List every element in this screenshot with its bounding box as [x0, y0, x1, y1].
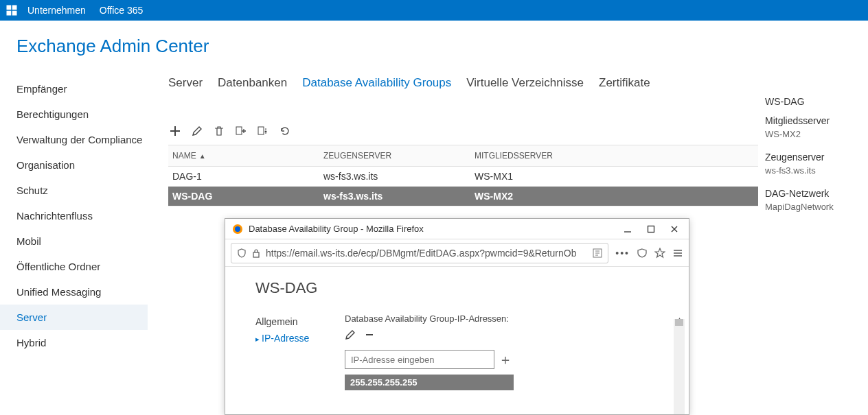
url-input[interactable]: https://email.ws-its.de/ecp/DBMgmt/EditD… — [231, 243, 608, 263]
address-bar: https://email.ws-its.de/ecp/DBMgmt/EditD… — [225, 239, 689, 267]
url-text: https://email.ws-its.de/ecp/DBMgmt/EditD… — [266, 248, 587, 259]
menu-item-ip-address[interactable]: IP-Adresse — [255, 330, 345, 346]
table-cell: DAG-1 — [168, 167, 319, 187]
hamburger-menu-icon[interactable] — [672, 248, 683, 258]
delete-button[interactable] — [212, 124, 226, 138]
window-maximize-button[interactable] — [639, 220, 663, 239]
dag-heading: WS-DAG — [255, 279, 672, 297]
table-row[interactable]: DAG-1ws-fs3.ws.itsWS-MX1 — [168, 167, 758, 187]
page-title: Exchange Admin Center — [0, 21, 868, 64]
sort-asc-icon: ▲ — [199, 152, 206, 160]
bookmark-star-icon[interactable] — [654, 248, 665, 259]
manage-network-button[interactable] — [256, 124, 270, 138]
firefox-icon — [232, 224, 243, 235]
ip-edit-button[interactable] — [345, 329, 356, 340]
popup-window: Database Availability Group - Mozilla Fi… — [225, 218, 689, 415]
table-cell: WS-MX2 — [470, 187, 758, 206]
popup-content: WS-DAG Allgemein IP-Adresse Database Ava… — [225, 267, 689, 414]
subtab[interactable]: Zertifikate — [599, 76, 650, 90]
office-logo-icon — [5, 4, 18, 16]
svg-rect-1 — [12, 5, 17, 10]
ip-list[interactable]: 255.255.255.255 — [345, 375, 514, 390]
table-cell: WS-MX1 — [470, 167, 758, 187]
detail-network-value: MapiDagNetwork — [765, 202, 868, 212]
refresh-button[interactable] — [278, 124, 292, 138]
popup-window-title: Database Availability Group - Mozilla Fi… — [249, 224, 424, 234]
leftnav-item[interactable]: Server — [0, 305, 148, 330]
menu-item-general[interactable]: Allgemein — [255, 313, 345, 330]
svg-point-6 — [265, 131, 267, 133]
svg-rect-10 — [253, 252, 259, 257]
left-nav: EmpfängerBerechtigungenVerwaltung der Co… — [0, 64, 148, 355]
ip-remove-button[interactable] — [364, 329, 375, 340]
svg-rect-2 — [7, 11, 12, 16]
leftnav-item[interactable]: Organisation — [16, 152, 148, 178]
reader-mode-icon[interactable] — [593, 248, 602, 258]
table-cell: WS-DAG — [168, 187, 319, 206]
detail-name: WS-DAG — [765, 96, 868, 107]
window-close-button[interactable] — [663, 220, 686, 239]
col-header-members[interactable]: MITGLIEDSSERVER — [470, 145, 758, 167]
leftnav-item[interactable]: Öffentliche Ordner — [16, 254, 148, 279]
detail-members-label: Mitgliedsserver — [765, 115, 868, 126]
popup-left-menu: Allgemein IP-Adresse — [255, 313, 345, 390]
leftnav-item[interactable]: Schutz — [16, 178, 148, 203]
tracking-shield-icon[interactable] — [637, 248, 648, 258]
leftnav-item[interactable]: Nachrichtenfluss — [16, 203, 148, 228]
form-area: Database Availability Group-IP-Adressen:… — [345, 313, 672, 390]
popup-scrollbar[interactable]: ▴ — [674, 319, 685, 414]
shield-icon — [237, 248, 247, 258]
topbar-link-company[interactable]: Unternehmen — [27, 5, 86, 16]
add-button[interactable] — [168, 124, 182, 138]
svg-point-8 — [235, 226, 240, 232]
ip-section-label: Database Availability Group-IP-Adressen: — [345, 313, 672, 324]
sub-tabs: ServerDatenbankenDatabase Availability G… — [168, 76, 758, 90]
scroll-thumb[interactable] — [675, 319, 683, 326]
subtab[interactable]: Server — [168, 76, 203, 90]
manage-membership-button[interactable] — [234, 124, 248, 138]
svg-rect-5 — [258, 127, 264, 134]
edit-button[interactable] — [190, 124, 204, 138]
leftnav-item[interactable]: Verwaltung der Compliance — [16, 127, 148, 152]
lock-icon — [252, 248, 260, 258]
details-pane: WS-DAG Mitgliedsserver WS-MX2 Zeugenserv… — [765, 64, 868, 355]
table-row[interactable]: WS-DAGws-fs3.ws.itsWS-MX2 — [168, 187, 758, 206]
detail-network-label: DAG-Netzwerk — [765, 188, 868, 199]
ip-add-button[interactable]: ＋ — [499, 351, 512, 369]
page-actions-button[interactable]: ••• — [615, 248, 630, 259]
leftnav-item[interactable]: Berechtigungen — [16, 102, 148, 127]
detail-witness-value: ws-fs3.ws.its — [765, 165, 868, 176]
svg-rect-3 — [12, 11, 17, 16]
detail-witness-label: Zeugenserver — [765, 152, 868, 163]
detail-members-value: WS-MX2 — [765, 129, 868, 139]
topbar-link-office365[interactable]: Office 365 — [100, 5, 144, 16]
svg-rect-4 — [236, 127, 242, 134]
subtab[interactable]: Datenbanken — [218, 76, 287, 90]
table-cell: ws-fs3.ws.its — [319, 187, 470, 206]
leftnav-item[interactable]: Mobil — [16, 228, 148, 254]
window-minimize-button[interactable] — [616, 220, 639, 239]
leftnav-item[interactable]: Empfänger — [16, 76, 148, 102]
svg-rect-0 — [7, 5, 12, 10]
subtab[interactable]: Database Availability Groups — [302, 76, 451, 90]
popup-title-bar[interactable]: Database Availability Group - Mozilla Fi… — [225, 219, 689, 239]
col-header-name[interactable]: NAME▲ — [168, 145, 319, 167]
dag-table: NAME▲ ZEUGENSERVER MITGLIEDSSERVER DAG-1… — [168, 145, 758, 206]
leftnav-item[interactable]: Unified Messaging — [16, 279, 148, 305]
ip-address-input[interactable] — [345, 350, 494, 369]
col-header-witness[interactable]: ZEUGENSERVER — [319, 145, 470, 167]
toolbar — [168, 124, 758, 138]
ip-list-item[interactable]: 255.255.255.255 — [345, 375, 514, 390]
svg-rect-9 — [648, 226, 654, 232]
top-bar: Unternehmen Office 365 — [0, 0, 868, 21]
subtab[interactable]: Virtuelle Verzeichnisse — [466, 76, 584, 90]
table-cell: ws-fs3.ws.its — [319, 167, 470, 187]
leftnav-item[interactable]: Hybrid — [16, 330, 148, 355]
